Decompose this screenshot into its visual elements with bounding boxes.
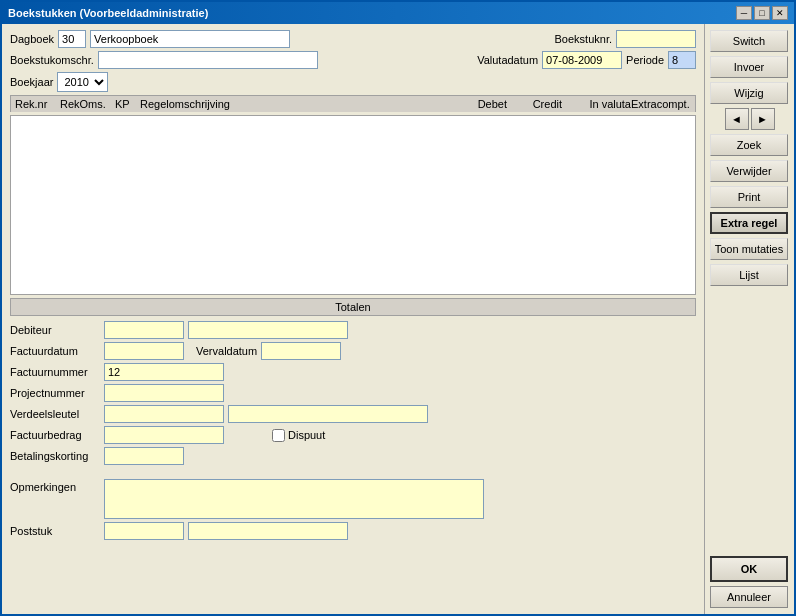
verdeelsleutel-input2[interactable] (228, 405, 428, 423)
debiteur-input2[interactable] (188, 321, 348, 339)
col-rekoms-header: RekOms. (60, 98, 115, 110)
zoek-button[interactable]: Zoek (710, 134, 788, 156)
table-area[interactable] (10, 115, 696, 295)
col-extracompt-header: Extracompt. (631, 98, 691, 110)
debiteur-label: Debiteur (10, 324, 100, 336)
invoer-button[interactable]: Invoer (710, 56, 788, 78)
betalingskorting-row: Betalingskorting (10, 447, 696, 465)
window-content: Dagboek Boekstuknr. Boekstukomschr. Valu… (2, 24, 794, 614)
main-window: Boekstukken (Voorbeeldadministratie) ─ □… (0, 0, 796, 616)
print-button[interactable]: Print (710, 186, 788, 208)
spacer (10, 468, 696, 476)
bottom-form: Debiteur Factuurdatum Vervaldatum Factuu… (10, 319, 696, 542)
dagboek-label: Dagboek (10, 33, 54, 45)
dagboek-name-input[interactable] (90, 30, 290, 48)
dagboek-input[interactable] (58, 30, 86, 48)
debiteur-row: Debiteur (10, 321, 696, 339)
verdeelsleutel-row: Verdeelsleutel (10, 405, 696, 423)
title-bar: Boekstukken (Voorbeeldadministratie) ─ □… (2, 2, 794, 24)
factuurnummer-row: Factuurnummer (10, 363, 696, 381)
prev-button[interactable]: ◄ (725, 108, 749, 130)
valutadatum-input[interactable] (542, 51, 622, 69)
boekstukomschr-input[interactable] (98, 51, 318, 69)
col-reknr-header: Rek.nr (15, 98, 60, 110)
extra-regel-button[interactable]: Extra regel (710, 212, 788, 234)
dispuut-label: Dispuut (272, 429, 325, 442)
col-credit-header: Credit (511, 98, 566, 110)
projectnummer-input[interactable] (104, 384, 224, 402)
col-invaluta-header: In valuta (566, 98, 631, 110)
projectnummer-row: Projectnummer (10, 384, 696, 402)
lijst-button[interactable]: Lijst (710, 264, 788, 286)
right-panel: Switch Invoer Wijzig ◄ ► Zoek Verwijder … (704, 24, 794, 614)
factuurbedrag-label: Factuurbedrag (10, 429, 100, 441)
factuurbedrag-row: Factuurbedrag Dispuut (10, 426, 696, 444)
boekjaar-label: Boekjaar (10, 76, 53, 88)
maximize-button[interactable]: □ (754, 6, 770, 20)
totalen-bar: Totalen (10, 298, 696, 316)
betalingskorting-label: Betalingskorting (10, 450, 100, 462)
boekjaar-select[interactable]: 2010 2009 2008 (57, 72, 108, 92)
col-debet-header: Debet (451, 98, 511, 110)
nav-row: ◄ ► (710, 108, 789, 130)
col-regeloms-header: Regelomschrijving (140, 98, 451, 110)
opmerkingen-label: Opmerkingen (10, 479, 100, 493)
verdeelsleutel-input1[interactable] (104, 405, 224, 423)
debiteur-input1[interactable] (104, 321, 184, 339)
next-button[interactable]: ► (751, 108, 775, 130)
boeknr-input[interactable] (616, 30, 696, 48)
opmerkingen-textarea[interactable] (104, 479, 484, 519)
window-title: Boekstukken (Voorbeeldadministratie) (8, 7, 208, 19)
boeknr-label: Boekstuknr. (555, 33, 612, 45)
boekstukomschr-row: Boekstukomschr. Valutadatum Periode (10, 51, 696, 69)
poststuk-input2[interactable] (188, 522, 348, 540)
opmerkingen-row: Opmerkingen (10, 479, 696, 519)
dispuut-checkbox[interactable] (272, 429, 285, 442)
verdeelsleutel-label: Verdeelsleutel (10, 408, 100, 420)
factuurbedrag-input[interactable] (104, 426, 224, 444)
totalen-label: Totalen (335, 301, 370, 313)
factuurnummer-label: Factuurnummer (10, 366, 100, 378)
vervaldatum-input[interactable] (261, 342, 341, 360)
factuurdatum-label: Factuurdatum (10, 345, 100, 357)
table-header: Rek.nr RekOms. KP Regelomschrijving Debe… (10, 95, 696, 112)
title-controls: ─ □ ✕ (736, 6, 788, 20)
ok-button[interactable]: OK (710, 556, 788, 582)
minimize-button[interactable]: ─ (736, 6, 752, 20)
betalingskorting-input[interactable] (104, 447, 184, 465)
switch-button[interactable]: Switch (710, 30, 788, 52)
verwijder-button[interactable]: Verwijder (710, 160, 788, 182)
annuleer-button[interactable]: Annuleer (710, 586, 788, 608)
factuurdatum-input[interactable] (104, 342, 184, 360)
periode-input[interactable] (668, 51, 696, 69)
vervaldatum-label: Vervaldatum (196, 345, 257, 357)
boekjaar-row: Boekjaar 2010 2009 2008 (10, 72, 696, 92)
poststuk-label: Poststuk (10, 525, 100, 537)
col-kp-header: KP (115, 98, 140, 110)
dagboek-row: Dagboek Boekstuknr. (10, 30, 696, 48)
close-button[interactable]: ✕ (772, 6, 788, 20)
dispuut-text: Dispuut (288, 429, 325, 441)
projectnummer-label: Projectnummer (10, 387, 100, 399)
poststuk-row: Poststuk (10, 522, 696, 540)
periode-label: Periode (626, 54, 664, 66)
main-panel: Dagboek Boekstuknr. Boekstukomschr. Valu… (2, 24, 704, 614)
factuurnummer-input[interactable] (104, 363, 224, 381)
boekstukomschr-label: Boekstukomschr. (10, 54, 94, 66)
poststuk-input1[interactable] (104, 522, 184, 540)
toon-mutaties-button[interactable]: Toon mutaties (710, 238, 788, 260)
valutadatum-label: Valutadatum (477, 54, 538, 66)
wijzig-button[interactable]: Wijzig (710, 82, 788, 104)
factuurdatum-row: Factuurdatum Vervaldatum (10, 342, 696, 360)
right-spacer (710, 290, 789, 552)
